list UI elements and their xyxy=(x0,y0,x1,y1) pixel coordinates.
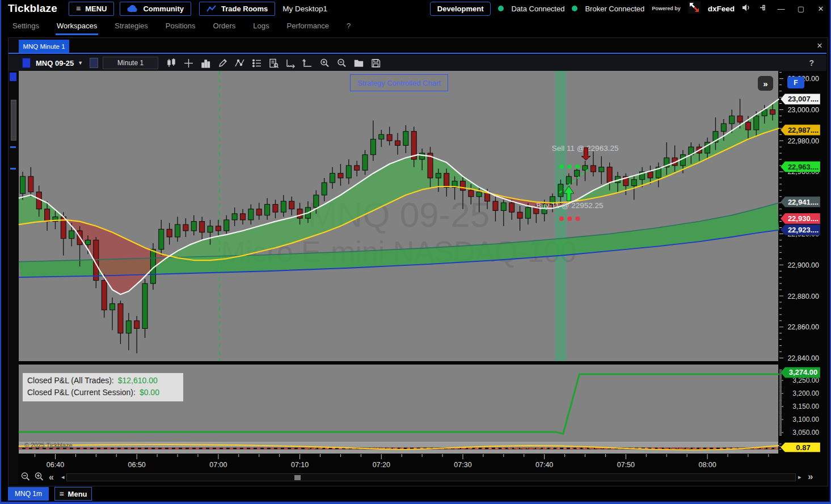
objects-list-icon[interactable] xyxy=(251,58,262,69)
fit-price-scale-button[interactable]: F xyxy=(787,77,804,88)
time-scrollbar-thumb[interactable] xyxy=(294,475,301,480)
title-bar: Tickblaze ≡ MENU Community Trade Rooms M… xyxy=(0,0,831,17)
side-panel-scroll-handle[interactable] xyxy=(11,100,16,141)
chevron-down-icon: ▼ xyxy=(78,60,83,66)
scroll-right-icon[interactable]: ▸ xyxy=(798,473,802,481)
nav-settings[interactable]: Settings xyxy=(11,18,40,35)
secondary-color-swatch[interactable] xyxy=(90,58,98,68)
broker-connected-dot xyxy=(572,6,577,11)
save-icon[interactable] xyxy=(370,58,381,69)
pin-icon[interactable] xyxy=(759,3,767,14)
side-panel-mark xyxy=(10,146,16,148)
powered-by-label: Powered by xyxy=(652,6,681,11)
pnl-all-trades-label: Closed P&L (All Trades): xyxy=(27,376,114,385)
hamburger-icon: ≡ xyxy=(59,489,64,498)
trend-line-icon xyxy=(206,5,217,12)
maximize-button[interactable]: ▢ xyxy=(795,5,807,13)
strategy-controlled-chart-label: Strategy Controlled Chart xyxy=(350,74,448,91)
data-connected-dot xyxy=(498,6,504,11)
scroll-left-icon[interactable]: ◂ xyxy=(61,473,65,481)
draw-icon[interactable] xyxy=(217,58,228,69)
data-connected-status: Data Connected xyxy=(511,5,564,13)
pnl-session-value: $0.00 xyxy=(140,388,159,397)
development-button[interactable]: Development xyxy=(430,2,491,16)
speaker-icon[interactable] xyxy=(742,3,752,14)
crosshair-icon[interactable] xyxy=(183,58,194,69)
tab-close-icon[interactable]: ✕ xyxy=(815,41,824,50)
window-border-bottom xyxy=(0,502,831,504)
nav-orders[interactable]: Orders xyxy=(212,18,237,35)
dxfeed-label: dxFeed xyxy=(708,5,735,13)
scroll-to-start-icon[interactable]: « xyxy=(49,472,54,482)
data-window-icon[interactable] xyxy=(268,58,279,69)
nav-performance[interactable]: Performance xyxy=(286,18,330,35)
desktop-name: My Desktop1 xyxy=(282,5,327,13)
zoom-out-icon[interactable] xyxy=(336,58,347,69)
volume-icon[interactable] xyxy=(200,58,211,69)
nav-help[interactable]: ? xyxy=(345,18,352,35)
chart-tab[interactable]: MNQ Minute 1 xyxy=(19,40,69,53)
statusbar-menu-button[interactable]: ≡ Menu xyxy=(54,487,92,501)
scroll-to-end-icon[interactable]: » xyxy=(808,471,813,482)
main-nav: Settings Workspaces Strategies Positions… xyxy=(0,17,831,35)
cloud-icon xyxy=(127,5,138,12)
nav-positions[interactable]: Positions xyxy=(164,18,197,35)
window-border-left xyxy=(0,0,1,504)
side-panel-mark xyxy=(10,168,16,170)
chart-style-icon[interactable] xyxy=(166,58,177,69)
instrument-color-swatch[interactable] xyxy=(22,58,31,68)
period-selector[interactable]: Minute 1 xyxy=(103,57,158,69)
polyline-icon[interactable] xyxy=(234,58,245,69)
app-logo: Tickblaze xyxy=(8,2,57,15)
axis-collapse-button[interactable]: » xyxy=(758,76,773,91)
chart-toolbar: MNQ 09-25 ▼ Minute 1 ? xyxy=(9,55,826,71)
tab-underline xyxy=(9,53,826,54)
hamburger-icon: ≡ xyxy=(76,4,81,13)
workspace-window xyxy=(8,37,828,486)
open-folder-icon[interactable] xyxy=(353,58,364,69)
dxfeed-logo-icon xyxy=(688,1,701,16)
community-button[interactable]: Community xyxy=(120,2,191,16)
pnl-session-label: Closed P&L (Current Session): xyxy=(27,388,136,397)
time-zoom-out-icon[interactable] xyxy=(20,472,31,484)
axis-x-icon[interactable] xyxy=(285,58,296,69)
pnl-all-trades-value: $12,610.00 xyxy=(118,376,158,385)
nav-workspaces[interactable]: Workspaces xyxy=(56,18,98,35)
zoom-in-icon[interactable] xyxy=(319,58,330,69)
trade-rooms-button[interactable]: Trade Rooms xyxy=(199,2,275,16)
copyright-text: © 2025 Tickblaze xyxy=(24,442,73,448)
toolbar-icons xyxy=(166,58,381,69)
symbol-selector[interactable]: MNQ 09-25 ▼ xyxy=(36,59,83,67)
axis-y-icon[interactable] xyxy=(302,58,313,69)
chart-help-icon[interactable]: ? xyxy=(809,58,814,67)
pnl-info-box: Closed P&L (All Trades):$12,610.00 Close… xyxy=(23,373,183,401)
tickblaze-app: Tickblaze ≡ MENU Community Trade Rooms M… xyxy=(0,0,831,504)
broker-connected-status: Broker Connected xyxy=(585,5,644,13)
minimize-button[interactable]: — xyxy=(775,5,787,13)
side-panel-swatch xyxy=(10,73,16,81)
close-button[interactable]: ✕ xyxy=(815,5,827,13)
nav-strategies[interactable]: Strategies xyxy=(113,18,149,35)
menu-button[interactable]: ≡ MENU xyxy=(69,2,114,16)
time-zoom-in-icon[interactable] xyxy=(34,472,44,484)
time-scrollbar-track[interactable] xyxy=(66,473,796,481)
statusbar-chart-tab[interactable]: MNQ 1m xyxy=(8,487,49,501)
nav-logs[interactable]: Logs xyxy=(252,18,270,35)
